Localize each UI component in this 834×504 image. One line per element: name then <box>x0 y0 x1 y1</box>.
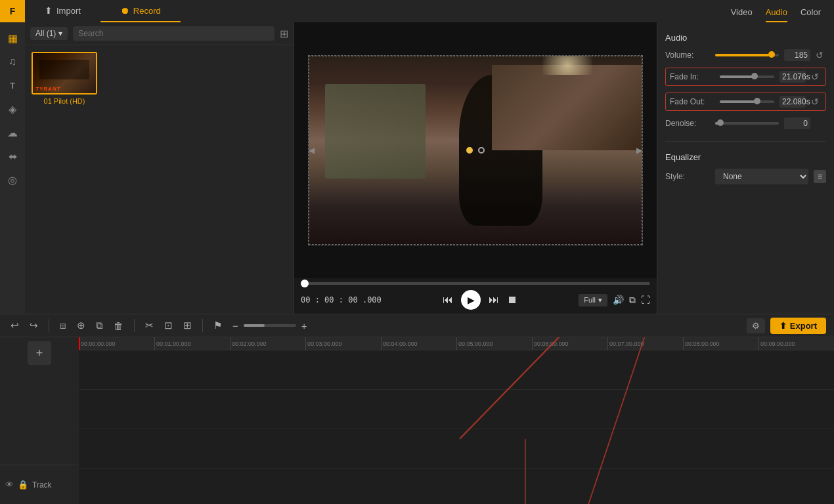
media-thumbnail: TYRANT <box>32 52 97 94</box>
left-sidebar: ▦ ♫ T ◈ ☁ ⬌ ◎ <box>0 22 25 314</box>
ripple-button[interactable]: ⊞ <box>181 318 194 333</box>
volume-thumb[interactable] <box>768 51 775 58</box>
volume-fill <box>715 54 769 56</box>
volume-value: 185 <box>784 49 810 61</box>
cut-button[interactable]: ✂ <box>143 318 156 333</box>
right-controls: Full ▾ 🔊 ⧉ ⛶ <box>579 294 650 306</box>
video-preview: ◀ ▶ <box>294 22 657 278</box>
undo-button[interactable]: ↩ <box>8 318 22 333</box>
tab-audio[interactable]: Audio <box>766 3 787 22</box>
step-forward-button[interactable]: ⏭ <box>489 294 499 306</box>
style-row: Style: None Pop Rock Jazz ≡ <box>665 169 826 184</box>
track-empty-row-3 <box>79 429 834 469</box>
fade-out-reset-icon[interactable]: ↺ <box>811 96 822 107</box>
fade-in-reset-icon[interactable]: ↺ <box>811 72 822 82</box>
sidebar-icon-effects[interactable]: ◈ <box>2 98 23 119</box>
volume-reset-icon[interactable]: ↺ <box>816 50 826 60</box>
denoise-reset-icon[interactable]: ↺ <box>816 118 826 129</box>
right-panel: Audio Volume: 185 ↺ Fade In: <box>657 22 834 314</box>
zoom-slider[interactable] <box>244 324 296 327</box>
tab-video[interactable]: Video <box>731 3 753 22</box>
sidebar-icon-sticker[interactable]: ◎ <box>2 169 23 190</box>
sidebar-icon-media[interactable]: ▦ <box>2 28 23 49</box>
ruler-mark-1: 00:01:00.000 <box>154 337 230 350</box>
list-item[interactable]: TYRANT 01 Pilot (HD) <box>32 52 97 105</box>
sidebar-icon-cloud[interactable]: ☁ <box>2 122 23 143</box>
sidebar-icon-transitions[interactable]: ⬌ <box>2 146 23 167</box>
top-tabs: ⬆ Import ⏺ Record <box>25 0 718 22</box>
video-frame: ◀ ▶ <box>308 55 643 245</box>
import-icon: ⬆ <box>45 5 53 16</box>
tab-import[interactable]: ⬆ Import <box>25 0 100 22</box>
volume-label: Volume: <box>665 51 710 60</box>
equalizer-title: Equalizer <box>665 152 826 162</box>
progress-bar[interactable] <box>301 282 650 285</box>
dot-gray <box>478 147 485 154</box>
export-icon: ⬆ <box>779 321 787 331</box>
denoise-value: 0 <box>784 117 810 129</box>
delete-button[interactable]: 🗑 <box>111 319 126 333</box>
volume-button[interactable]: 🔊 <box>613 295 624 305</box>
fade-out-thumb[interactable] <box>754 98 760 104</box>
volume-slider[interactable] <box>715 54 779 56</box>
grid-toggle-icon[interactable]: ⊞ <box>280 28 288 40</box>
play-button[interactable]: ▶ <box>461 290 481 310</box>
tab-record[interactable]: ⏺ Record <box>100 0 181 22</box>
style-select[interactable]: None Pop Rock Jazz <box>715 169 808 184</box>
lock-icon[interactable]: 🔒 <box>18 480 28 490</box>
split-audio-button[interactable]: ⧇ <box>57 318 69 333</box>
media-filter-dropdown[interactable]: All (1) ▾ <box>30 27 68 40</box>
fullscreen2-button[interactable]: ⛶ <box>641 295 650 305</box>
media-grid: TYRANT 01 Pilot (HD) <box>25 45 294 112</box>
add-track-button[interactable]: + <box>28 341 51 365</box>
filter-label: All (1) <box>35 29 56 38</box>
crop-button[interactable]: ⊡ <box>162 318 175 333</box>
pip-button[interactable]: ⧉ <box>629 295 636 306</box>
ruler-marks: 00:00:00.000 00:01:00.000 00:02:00.000 0… <box>79 337 834 350</box>
fullscreen-button[interactable]: Full ▾ <box>579 294 607 306</box>
media-panel: All (1) ▾ ⊞ TYRANT <box>25 22 294 314</box>
ruler-mark-2: 00:02:00.000 <box>230 337 305 350</box>
add-clip-button[interactable]: ⊕ <box>74 318 88 333</box>
eq-settings-button[interactable]: ≡ <box>814 170 826 183</box>
step-back-button[interactable]: ⏮ <box>443 294 453 306</box>
zoom-out-button[interactable]: − <box>230 319 241 333</box>
timeline-playhead[interactable] <box>79 337 80 350</box>
media-search-input[interactable] <box>73 26 274 41</box>
zoom-in-button[interactable]: + <box>299 319 310 333</box>
sidebar-icon-audio[interactable]: ♫ <box>2 51 23 72</box>
denoise-thumb[interactable] <box>717 119 724 126</box>
ruler-mark-3: 00:03:00.000 <box>305 337 381 350</box>
media-toolbar: All (1) ▾ ⊞ <box>25 22 294 45</box>
tab-color[interactable]: Color <box>801 3 821 22</box>
ruler-mark-0: 00:00:00.000 <box>79 337 154 350</box>
zoom-fill <box>244 324 265 327</box>
fade-out-row: Fade Out: 22.080s ↺ <box>665 93 826 111</box>
denoise-row: Denoise: 0 ↺ <box>665 117 826 129</box>
timeline-settings-button[interactable]: ⚙ <box>747 318 765 333</box>
export-button[interactable]: ⬆ Export <box>770 318 826 334</box>
denoise-slider[interactable] <box>715 122 779 125</box>
sidebar-icon-text[interactable]: T <box>2 75 23 96</box>
timeline-toolbar: ↩ ↪ ⧇ ⊕ ⧉ 🗑 ✂ ⊡ ⊞ ⚑ − + ⚙ ⬆ E <box>0 314 834 337</box>
top-bar: F ⬆ Import ⏺ Record Video Audio Color <box>0 0 834 22</box>
duplicate-button[interactable]: ⧉ <box>93 318 106 333</box>
audio-section-title: Audio <box>665 33 826 43</box>
fade-in-row: Fade In: 21.076s ↺ <box>665 68 826 86</box>
fade-in-slider[interactable] <box>720 75 774 78</box>
redo-button[interactable]: ↪ <box>27 318 41 333</box>
ruler-mark-9: 00:09:00.000 <box>758 337 834 350</box>
stop-button[interactable]: ⏹ <box>507 294 517 306</box>
timeline-body: + 👁 🔒 Track 00:00:00.000 00:01:00.000 00… <box>0 337 834 504</box>
track-name: Track <box>32 480 52 490</box>
volume-row: Volume: 185 ↺ <box>665 49 826 61</box>
fade-in-thumb[interactable] <box>751 73 758 79</box>
timeline-area: ↩ ↪ ⧇ ⊕ ⧉ 🗑 ✂ ⊡ ⊞ ⚑ − + ⚙ ⬆ E <box>0 314 834 504</box>
ruler-mark-6: 00:06:00.000 <box>532 337 607 350</box>
fade-out-slider[interactable] <box>720 100 774 103</box>
progress-thumb[interactable] <box>301 280 309 287</box>
marker-button[interactable]: ⚑ <box>211 318 225 333</box>
eye-icon[interactable]: 👁 <box>5 480 14 490</box>
filter-chevron-icon: ▾ <box>58 29 62 38</box>
fade-in-label: Fade In: <box>670 72 714 81</box>
